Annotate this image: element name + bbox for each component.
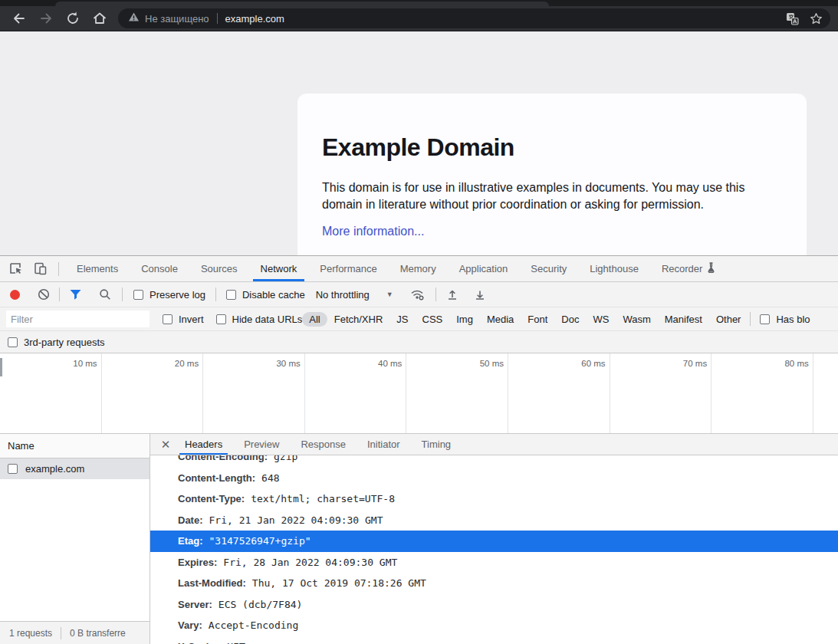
network-bottom-split: Name example.com 1 requests 0 B transfer… xyxy=(0,434,838,644)
devtools-tab[interactable]: Elements xyxy=(65,256,130,281)
browser-window: Не защищено example.com Example Domain T… xyxy=(0,0,838,644)
request-row[interactable]: example.com xyxy=(0,458,150,479)
third-party-bar: 3rd-party requests xyxy=(0,331,838,353)
header-value: Fri, 21 Jan 2022 04:09:30 GMT xyxy=(209,514,383,526)
bookmark-star-icon[interactable] xyxy=(810,12,823,25)
network-toolbar: Preserve log Disable cache No throttling… xyxy=(0,282,838,307)
header-row[interactable]: Content-Encoding: gzip xyxy=(150,455,838,468)
header-row[interactable]: Content-Type: text/html; charset=UTF-8 xyxy=(150,488,838,510)
details-tab[interactable]: Preview xyxy=(233,434,290,455)
header-value: ECS (dcb/7F84) xyxy=(219,599,303,610)
timeline-scroll-thumb[interactable] xyxy=(0,358,2,376)
devtools-tab[interactable]: Memory xyxy=(389,256,448,281)
disable-cache-checkbox[interactable] xyxy=(226,290,236,300)
home-button[interactable] xyxy=(92,11,107,26)
record-button[interactable] xyxy=(10,290,20,300)
resource-type-filter[interactable]: Fetch/XHR xyxy=(327,312,390,327)
header-name: Last-Modified: xyxy=(178,577,246,589)
header-row[interactable]: Etag: "3147526947+gzip" xyxy=(150,531,838,552)
has-blocked-cookies-toggle[interactable]: Has blo xyxy=(760,314,810,325)
headers-scroll-area[interactable]: Content-Encoding: gzip Content-Length: 6… xyxy=(150,455,838,644)
invert-checkbox[interactable] xyxy=(163,314,173,324)
resource-type-filter[interactable]: JS xyxy=(389,312,415,327)
devtools-tab[interactable]: Lighthouse xyxy=(578,256,650,281)
header-value: Thu, 17 Oct 2019 07:18:26 GMT xyxy=(252,577,426,589)
devtools-tab[interactable]: Sources xyxy=(189,256,249,281)
throttling-dropdown-arrow[interactable]: ▼ xyxy=(386,291,393,298)
header-name: Content-Length: xyxy=(178,472,255,484)
throttling-select[interactable]: No throttling xyxy=(316,289,370,301)
hide-data-urls-toggle[interactable]: Hide data URLs xyxy=(216,314,303,325)
page-viewport: Example Domain This domain is for use in… xyxy=(0,31,838,255)
resource-type-filter[interactable]: WS xyxy=(586,312,616,327)
export-har-icon[interactable] xyxy=(474,288,486,301)
header-row[interactable]: Content-Length: 648 xyxy=(150,468,838,489)
details-tab[interactable]: Initiator xyxy=(357,434,411,455)
details-tab[interactable]: Headers xyxy=(174,434,233,455)
timeline-tick: 10 ms xyxy=(0,353,102,433)
resource-type-filter[interactable]: Other xyxy=(709,312,748,327)
back-button[interactable] xyxy=(12,11,27,26)
url-bar[interactable]: Не защищено example.com xyxy=(118,8,830,28)
network-overview-timeline[interactable]: 10 ms20 ms30 ms40 ms50 ms60 ms70 ms80 ms xyxy=(0,353,838,434)
header-row[interactable]: Vary: Accept-Encoding xyxy=(150,615,838,636)
third-party-checkbox[interactable] xyxy=(8,337,18,347)
third-party-toggle[interactable]: 3rd-party requests xyxy=(8,337,105,348)
header-row[interactable]: X-Cache: HIT xyxy=(150,636,838,644)
device-toolbar-icon[interactable] xyxy=(28,256,52,281)
timeline-tick: 80 ms xyxy=(711,353,813,433)
clear-button[interactable] xyxy=(38,288,50,301)
devtools-tab[interactable]: Application xyxy=(448,256,520,281)
third-party-label: 3rd-party requests xyxy=(24,337,105,348)
requests-panel: Name example.com 1 requests 0 B transfer… xyxy=(0,434,150,644)
header-row[interactable]: Last-Modified: Thu, 17 Oct 2019 07:18:26… xyxy=(150,573,838,594)
header-value: Fri, 28 Jan 2022 04:09:30 GMT xyxy=(223,557,397,568)
details-tab[interactable]: Timing xyxy=(411,434,462,455)
preserve-log-label: Preserve log xyxy=(150,289,205,301)
resource-type-filter[interactable]: Doc xyxy=(554,312,586,327)
resource-type-filter[interactable]: Font xyxy=(521,312,554,327)
preserve-log-checkbox[interactable] xyxy=(133,290,143,300)
timeline-tick: 40 ms xyxy=(305,353,407,433)
disable-cache-toggle[interactable]: Disable cache xyxy=(226,289,305,301)
not-secure-warning-icon xyxy=(128,12,140,25)
forward-button[interactable] xyxy=(38,11,54,26)
invert-label: Invert xyxy=(179,314,204,325)
resource-type-filter[interactable]: Media xyxy=(480,312,521,327)
header-name: Server: xyxy=(178,599,212,610)
filter-icon[interactable] xyxy=(69,289,82,301)
resource-type-filter[interactable]: Wasm xyxy=(616,312,657,327)
resource-type-filter[interactable]: Img xyxy=(449,312,480,327)
devtools-tab[interactable]: Performance xyxy=(308,256,388,281)
resource-type-filter[interactable]: Manifest xyxy=(658,312,709,327)
close-details-icon[interactable]: ✕ xyxy=(157,434,174,455)
preserve-log-toggle[interactable]: Preserve log xyxy=(133,289,205,301)
invert-toggle[interactable]: Invert xyxy=(163,314,204,325)
devtools-tab[interactable]: Security xyxy=(519,256,578,281)
has-blocked-cookies-checkbox[interactable] xyxy=(760,314,770,324)
translate-icon[interactable] xyxy=(786,12,799,25)
search-icon[interactable] xyxy=(99,288,111,301)
header-row[interactable]: Expires: Fri, 28 Jan 2022 04:09:30 GMT xyxy=(150,552,838,573)
network-conditions-icon[interactable] xyxy=(410,288,426,301)
resource-type-filter[interactable]: CSS xyxy=(416,312,450,327)
inspect-element-icon[interactable] xyxy=(3,256,28,281)
resource-type-filter[interactable]: All xyxy=(302,312,327,327)
devtools-tab[interactable]: Recorder xyxy=(650,256,714,281)
devtools-tab[interactable]: Console xyxy=(130,256,189,281)
header-name: Etag: xyxy=(178,535,203,547)
requests-name-header[interactable]: Name xyxy=(0,434,150,458)
header-row[interactable]: Date: Fri, 21 Jan 2022 04:09:30 GMT xyxy=(150,510,838,531)
details-tab[interactable]: Response xyxy=(290,434,357,455)
header-name: Expires: xyxy=(178,557,217,568)
hide-data-urls-checkbox[interactable] xyxy=(216,314,226,324)
details-tabbar: ✕ HeadersPreviewResponseInitiatorTiming xyxy=(150,434,838,455)
devtools-tab[interactable]: Network xyxy=(249,256,309,281)
import-har-icon[interactable] xyxy=(446,288,458,301)
filter-input[interactable] xyxy=(6,310,150,327)
more-information-link[interactable]: More information... xyxy=(322,225,424,238)
reload-button[interactable] xyxy=(65,11,81,26)
request-row-checkbox[interactable] xyxy=(8,464,18,474)
header-row[interactable]: Server: ECS (dcb/7F84) xyxy=(150,594,838,616)
tab-strip xyxy=(0,0,838,6)
